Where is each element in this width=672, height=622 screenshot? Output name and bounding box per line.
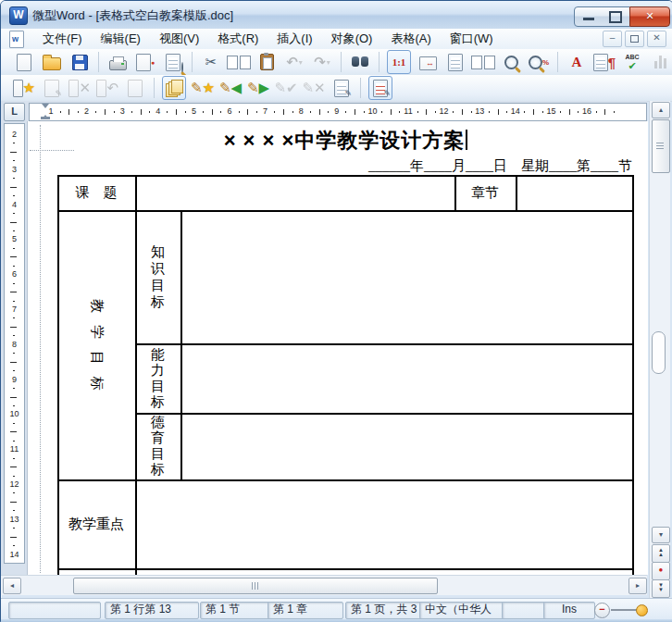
copy-button[interactable] [228, 51, 250, 73]
toolbar-separator [379, 52, 380, 72]
previous-entry-button[interactable] [219, 77, 242, 99]
lesson-plan-table[interactable]: 课 题 章节 教学目标 知识目标 能力目标 德育目标 教学重点 [57, 175, 634, 575]
minimize-button[interactable] [574, 6, 604, 27]
paste-button[interactable] [255, 51, 278, 73]
subject-label-cell[interactable]: 课 题 [57, 175, 135, 210]
revert-page-button[interactable] [96, 77, 118, 99]
maximize-button[interactable] [602, 6, 629, 27]
mdi-restore-button[interactable] [625, 31, 644, 47]
print-button[interactable] [106, 51, 129, 73]
paste-clipboard-icon [260, 54, 274, 70]
magnifier-percent-icon [529, 56, 542, 69]
menu-object[interactable]: 对象(O) [322, 28, 382, 50]
vertical-scrollbar[interactable]: ▴ ▾ ▲▲ ● ▼▼ [649, 101, 670, 598]
status-chapter: 第 1 章 [268, 602, 343, 619]
document-page[interactable]: × × × ×中学教学设计方案 ______年____月____日 星期____… [30, 121, 647, 575]
open-button[interactable] [41, 51, 63, 73]
new-entry-button[interactable] [192, 77, 214, 99]
close-button[interactable]: ✕ [629, 6, 670, 27]
moral-objective-cell[interactable]: 德育目标 [137, 415, 179, 478]
scrollbar-pill-handle[interactable] [652, 331, 666, 374]
horizontal-scrollbar-thumb[interactable] [73, 578, 438, 594]
undo-button[interactable] [283, 51, 305, 73]
next-entry-button[interactable] [247, 77, 269, 99]
status-language: 中文（中华人 [419, 602, 508, 619]
section-label-cell[interactable]: 章节 [454, 175, 516, 210]
scroll-right-button[interactable]: ▸ [628, 578, 647, 594]
knowledge-objective-cell[interactable]: 知识目标 [137, 212, 179, 342]
fit-width-button[interactable]: ↔ [417, 51, 439, 73]
table-border [57, 568, 634, 570]
previous-page-button[interactable]: ▲▲ [652, 544, 670, 563]
redo-button[interactable] [311, 51, 333, 73]
scroll-up-button[interactable]: ▴ [652, 102, 670, 118]
scroll-left-button[interactable]: ◂ [3, 578, 21, 594]
reject-entry-button[interactable] [303, 77, 325, 99]
two-page-view-button[interactable] [472, 51, 494, 73]
document-icon [9, 31, 24, 48]
zoom-slider-thumb[interactable] [636, 604, 648, 616]
ability-objective-cell[interactable]: 能力目标 [137, 345, 179, 411]
text-cursor [466, 130, 467, 150]
pages-stack-button[interactable] [162, 76, 186, 100]
mdi-window-buttons: ‒ ✕ [603, 31, 666, 47]
toolbar-separator [341, 52, 342, 72]
table-border [135, 343, 634, 345]
font-button[interactable]: A [566, 51, 588, 73]
menu-view[interactable]: 视图(V) [150, 28, 208, 50]
pdf-page-icon [136, 54, 151, 71]
toolbar-separator [557, 52, 558, 72]
zoom-percent-button[interactable] [528, 51, 550, 73]
mdi-minimize-button[interactable]: ‒ [603, 31, 622, 47]
table-border [516, 175, 517, 210]
horizontal-scrollbar[interactable]: ◂ ▸ [1, 575, 647, 595]
vertical-scrollbar-thumb[interactable] [652, 119, 670, 173]
one-page-view-button[interactable] [444, 51, 467, 73]
menu-edit[interactable]: 编辑(E) [92, 28, 150, 50]
menu-window[interactable]: 窗口(W) [441, 28, 503, 50]
key-point-label-cell[interactable]: 教学重点 [57, 481, 135, 566]
left-indent-marker[interactable] [41, 117, 50, 119]
delete-page-button[interactable] [68, 77, 91, 99]
accept-entry-button[interactable] [275, 77, 297, 99]
menu-table[interactable]: 表格(A) [381, 28, 440, 50]
objectives-label-cell[interactable]: 教学目标 [57, 212, 135, 478]
spell-check-button[interactable]: ABC✔ [621, 51, 643, 73]
table-border [135, 413, 634, 415]
delete-page-icon [68, 80, 79, 97]
print-preview-button[interactable] [162, 51, 184, 73]
zoom-lens-button[interactable] [500, 51, 522, 73]
menu-insert[interactable]: 插入(I) [268, 28, 321, 50]
status-blank-panel [8, 602, 101, 619]
spell-check-icon: ABC✔ [625, 54, 639, 70]
date-line[interactable]: ______年____月____日 星期____第____节 [57, 157, 632, 175]
paragraph-settings-button[interactable] [593, 51, 616, 73]
zoom-100-button[interactable]: 1:1 [387, 50, 411, 74]
select-browse-object-button[interactable]: ● [652, 562, 670, 580]
menu-file[interactable]: 文件(F) [33, 28, 92, 50]
new-page-button[interactable] [13, 77, 35, 99]
next-page-button[interactable]: ▼▼ [652, 579, 670, 598]
horizontal-ruler[interactable]: 12345678910111213141516 [29, 103, 647, 121]
new-document-button[interactable] [13, 51, 35, 73]
blank-page-button[interactable] [124, 77, 146, 99]
toolbar-separator [192, 52, 193, 72]
edit-page-button[interactable]: ✎ [41, 77, 63, 99]
mdi-close-button[interactable]: ✕ [647, 31, 666, 47]
edit-document-button[interactable]: ✎ [330, 77, 353, 99]
menu-format[interactable]: 格式(R) [208, 28, 268, 50]
cut-button[interactable] [200, 51, 222, 73]
vertical-ruler[interactable]: 234567891011121314 [4, 123, 25, 564]
document-title[interactable]: × × × ×中学教学设计方案 [57, 127, 634, 155]
proof-document-button[interactable]: ✎ [368, 76, 392, 100]
chart-button[interactable] [649, 51, 671, 73]
tab-selector-button[interactable]: L [4, 103, 25, 121]
title-bar: W 微型Word - [表格式空白教案模版.doc] ✕ [1, 1, 672, 30]
pdf-export-button[interactable] [134, 51, 156, 73]
zoom-100-icon: 1:1 [392, 56, 406, 68]
find-button[interactable] [349, 51, 371, 73]
status-insert-mode[interactable]: Ins [543, 602, 595, 619]
save-button[interactable] [68, 51, 91, 73]
scroll-down-button[interactable]: ▾ [652, 527, 670, 543]
zoom-out-button[interactable]: − [594, 603, 610, 618]
